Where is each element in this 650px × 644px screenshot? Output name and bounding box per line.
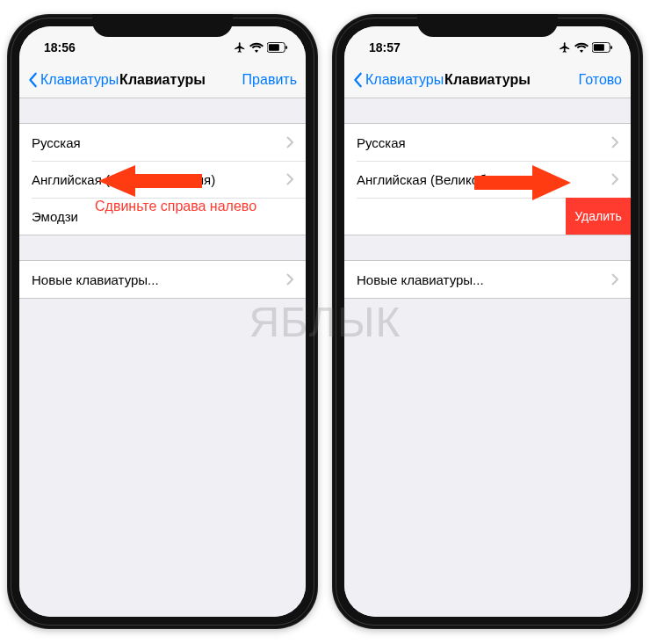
keyboard-row-english[interactable]: Английская (Великобритания) <box>19 161 306 198</box>
nav-back-button[interactable]: Клавиатуры <box>28 72 119 88</box>
status-right <box>559 41 613 54</box>
nav-back-label: Клавиатуры <box>365 72 444 88</box>
wifi-icon <box>249 42 264 53</box>
add-keyboard-row[interactable]: Новые клавиатуры... <box>19 261 306 298</box>
chevron-left-icon <box>28 72 39 88</box>
row-label: Русская <box>357 135 406 150</box>
screen-left: 18:56 Клавиатуры Клавиатуры Править <box>19 26 306 617</box>
row-label: Новые клавиатуры... <box>32 272 159 287</box>
svg-rect-4 <box>594 44 604 50</box>
battery-icon <box>267 42 288 53</box>
notch <box>92 14 233 37</box>
row-label: Русская <box>32 135 81 150</box>
keyboards-list: Русская Английская (Великобритания) Эмод… <box>19 123 306 235</box>
content-area: Русская Английская (Великобритания) и Уд… <box>344 98 631 617</box>
nav-edit-button[interactable]: Править <box>242 72 297 88</box>
nav-bar: Клавиатуры Клавиатуры Править <box>19 62 306 98</box>
chevron-right-icon <box>611 273 618 286</box>
chevron-right-icon <box>286 273 293 286</box>
status-time: 18:56 <box>44 40 76 54</box>
row-label: Английская (Великобритания) <box>357 172 540 187</box>
annotation-caption: Сдвиньте справа налево <box>95 199 256 214</box>
keyboards-list: Русская Английская (Великобритания) и Уд… <box>344 123 631 235</box>
svg-rect-5 <box>610 46 612 49</box>
airplane-mode-icon <box>234 41 246 54</box>
nav-done-button[interactable]: Готово <box>579 72 622 88</box>
airplane-mode-icon <box>559 41 571 54</box>
screen-right: 18:57 Клавиатуры Клавиатуры Готово <box>344 26 631 617</box>
phone-frame-left: 18:56 Клавиатуры Клавиатуры Править <box>7 14 318 629</box>
row-label: Английская (Великобритания) <box>32 172 215 187</box>
chevron-right-icon <box>286 136 293 148</box>
keyboard-row-emoji-swiped[interactable]: и Удалить <box>344 198 631 235</box>
notch <box>417 14 558 37</box>
svg-rect-1 <box>269 44 279 50</box>
battery-icon <box>592 42 613 53</box>
row-label: Эмодзи <box>32 209 78 224</box>
nav-back-label: Клавиатуры <box>40 72 119 88</box>
add-keyboard-list: Новые клавиатуры... <box>19 260 306 299</box>
nav-title: Клавиатуры <box>444 72 531 88</box>
add-keyboard-row[interactable]: Новые клавиатуры... <box>344 261 631 298</box>
chevron-left-icon <box>353 72 364 88</box>
svg-rect-2 <box>285 46 287 49</box>
wifi-icon <box>574 42 589 53</box>
chevron-right-icon <box>286 173 293 185</box>
nav-back-button[interactable]: Клавиатуры <box>353 72 444 88</box>
phone-frame-right: 18:57 Клавиатуры Клавиатуры Готово <box>332 14 643 629</box>
keyboard-row-russian[interactable]: Русская <box>344 124 631 161</box>
nav-title: Клавиатуры <box>119 72 206 88</box>
keyboard-row-russian[interactable]: Русская <box>19 124 306 161</box>
delete-button[interactable]: Удалить <box>566 198 631 235</box>
row-label: Новые клавиатуры... <box>357 272 484 287</box>
keyboard-row-english[interactable]: Английская (Великобритания) <box>344 161 631 198</box>
chevron-right-icon <box>611 136 618 148</box>
status-time: 18:57 <box>369 40 401 54</box>
status-right <box>234 41 288 54</box>
chevron-right-icon <box>611 173 618 185</box>
add-keyboard-list: Новые клавиатуры... <box>344 260 631 299</box>
content-area: Русская Английская (Великобритания) Эмод… <box>19 98 306 617</box>
nav-bar: Клавиатуры Клавиатуры Готово <box>344 62 631 98</box>
